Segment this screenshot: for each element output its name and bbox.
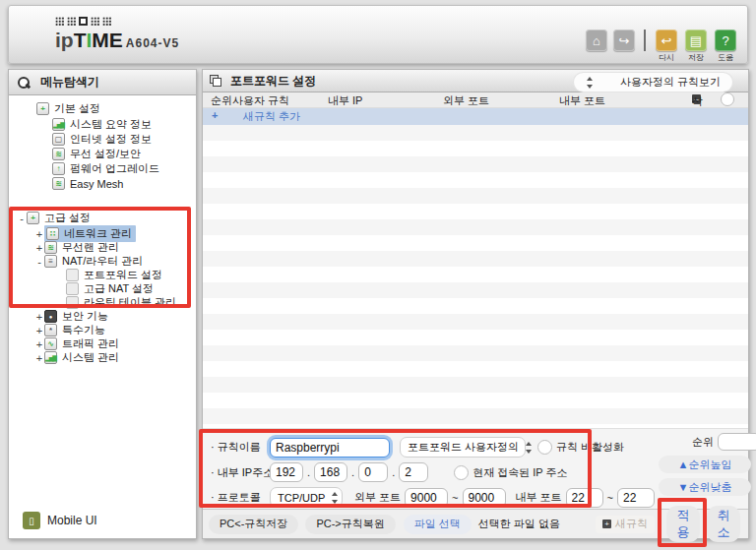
sidebar-item-advanced-settings[interactable]: - + 고급 설정 [17, 211, 91, 225]
external-port-label: 외부 포트 [354, 490, 401, 505]
search-icon [17, 76, 31, 90]
sidebar-item-internet-settings[interactable]: ▢ 인터넷 설정 정보 [52, 132, 152, 147]
internal-port-to-input[interactable] [617, 488, 655, 508]
collapse-icon[interactable]: - [17, 213, 27, 224]
home-icon[interactable]: ⌂ [586, 30, 607, 51]
plus-icon: + [212, 109, 218, 121]
new-rule-button[interactable]: + 새규칙 [596, 516, 655, 533]
mesh-icon: ≋ [52, 177, 65, 190]
collapse-icon[interactable]: - [34, 256, 44, 268]
router-icon: ≡ [44, 255, 57, 268]
protocol-label: · 프로토콜 [211, 490, 266, 505]
header-toolbar: ⌂ ↪ ↩ 다시 ▤ 저장 ? 도움 [586, 30, 737, 63]
expand-icon[interactable]: + [34, 242, 44, 254]
sidebar-item-network-mgmt[interactable]: + ∷ 네트워크 관리 [34, 226, 136, 241]
rule-name-input[interactable] [270, 438, 390, 458]
sidebar-item-label: 포트포워드 설정 [84, 268, 162, 282]
cancel-button[interactable]: 취소 [707, 506, 740, 542]
app-header: ipTIMEA604-V5 ⌂ ↪ ↩ 다시 ▤ 저장 ? 도움 [8, 5, 748, 64]
ip-octet4-input[interactable] [399, 462, 428, 482]
help-icon[interactable]: ? [715, 30, 736, 51]
sidebar-item-advanced-nat[interactable]: 고급 NAT 설정 [66, 281, 154, 296]
sidebar-item-nat-router-mgmt[interactable]: - ≡ NAT/라우터 관리 [34, 254, 143, 269]
refresh-label: 다시 [659, 52, 674, 63]
help-label: 도움 [718, 52, 733, 63]
sidebar-item-label: 시스템 관리 [62, 350, 119, 365]
add-rule-row[interactable]: + 새규칙 추가 [203, 108, 748, 125]
sidebar-item-label: NAT/라우터 관리 [62, 254, 143, 269]
save-rules-to-pc-button[interactable]: PC<-규칙저장 [209, 515, 298, 534]
sidebar-item-port-forward[interactable]: 포트포워드 설정 [66, 268, 162, 282]
internal-port-label: 내부 포트 [516, 490, 562, 505]
rule-type-select[interactable]: 포트포워드 사용자정의 [400, 437, 526, 458]
rule-disable-checkbox[interactable] [537, 440, 552, 455]
protocol-select[interactable]: TCP/UDP [270, 487, 343, 508]
sidebar-item-security[interactable]: + ● 보안 기능 [34, 309, 108, 324]
save-icon[interactable]: ▤ [685, 30, 707, 51]
sidebar-item-system-summary[interactable]: ▂▅▇ 시스템 요약 정보 [52, 117, 152, 132]
sidebar-item-routing-table[interactable]: 라우팅 테이블 관리 [66, 295, 176, 310]
chart-icon: ▂▅▇ [44, 351, 57, 364]
delete-all-checkbox[interactable] [721, 92, 734, 106]
sidebar-item-label: 고급 설정 [44, 211, 91, 225]
expand-icon[interactable]: + [34, 228, 44, 240]
col-internal-ip: 내부 IP [328, 93, 362, 108]
sidebar-item-special-functions[interactable]: + * 특수기능 [34, 323, 105, 337]
upgrade-icon: ↑ [52, 162, 65, 175]
rule-view-select[interactable]: 사용자정의 규칙보기 [574, 73, 732, 92]
external-port-from-input[interactable] [405, 488, 448, 508]
sidebar-item-label: 네트워크 관리 [64, 226, 132, 241]
col-internal-port: 내부 포트 [559, 93, 605, 108]
sidebar-item-firmware-upgrade[interactable]: ↑ 펌웨어 업그레이드 [52, 161, 159, 176]
expand-icon[interactable]: + [34, 338, 44, 350]
select-stepper-icon [586, 77, 595, 89]
internal-ip-label: · 내부 IP주소 [211, 465, 266, 480]
internal-port-from-input[interactable] [566, 488, 603, 508]
external-port-to-input[interactable] [463, 488, 506, 508]
ip-octet3-input[interactable] [358, 462, 388, 482]
sidebar-item-label: 무선랜 관리 [62, 240, 119, 255]
sidebar-item-wlan-mgmt[interactable]: + ≋ 무선랜 관리 [34, 240, 119, 255]
expand-icon[interactable]: + [34, 325, 44, 336]
col-user-rule: 사용자 규칙 [232, 93, 289, 108]
empty-rule-rows [203, 125, 748, 428]
mobile-ui-label: Mobile UI [47, 514, 97, 527]
apply-button[interactable]: 적용 [666, 506, 700, 542]
sidebar-item-traffic-mgmt[interactable]: + ∿ 트래픽 관리 [34, 336, 119, 351]
rank-up-button[interactable]: ▲순위높임 [659, 456, 751, 473]
current-ip-checkbox[interactable] [454, 465, 469, 480]
logout-icon[interactable]: ↪ [613, 30, 635, 51]
sidebar-item-system-mgmt[interactable]: + ▂▅▇ 시스템 관리 [34, 350, 119, 365]
current-ip-label: 현재 접속된 IP 주소 [472, 465, 567, 480]
sidebar-item-wireless-security[interactable]: ≋ 무선 설정/보안 [52, 147, 141, 161]
page-icon [66, 282, 79, 295]
rank-down-button[interactable]: ▼순위낮춤 [659, 478, 751, 496]
panel-title-bar: 포트포워드 설정 사용자정의 규칙보기 [203, 70, 748, 92]
chart-icon: ▂▅▇ [52, 118, 65, 131]
view-rules-label: 사용자정의 규칙보기 [620, 75, 721, 90]
restore-rules-from-pc-button[interactable]: PC->규칙복원 [305, 515, 395, 534]
sidebar-item-label: 기본 설정 [54, 101, 100, 116]
choose-file-button[interactable]: 파일 선택 [404, 515, 472, 534]
network-icon: ∷ [46, 227, 59, 240]
model-name: A604-V5 [126, 36, 179, 50]
refresh-icon[interactable]: ↩ [656, 30, 677, 51]
sidebar-item-easy-mesh[interactable]: ≋ Easy Mesh [52, 176, 123, 191]
rank-input[interactable] [718, 433, 756, 451]
plus-square-icon: + [602, 519, 611, 528]
ip-octet2-input[interactable] [314, 462, 347, 482]
sidebar-item-label: Easy Mesh [70, 178, 123, 190]
rules-copy-icon [210, 75, 222, 88]
add-rule-label: 새규칙 추가 [243, 109, 300, 124]
brand-dots-icon [55, 16, 179, 26]
page-icon [66, 269, 79, 281]
page-title: 포트포워드 설정 [230, 73, 316, 90]
folder-plus-icon: + [27, 212, 39, 224]
sidebar-item-basic-settings[interactable]: + 기본 설정 [36, 101, 100, 116]
rule-form: · 규칙이름 포트포워드 사용자정의 규칙 비활성화 · 내부 IP주소 . .… [203, 428, 748, 511]
expand-icon[interactable]: + [34, 311, 44, 323]
mobile-ui-link[interactable]: ▯ Mobile UI [23, 511, 97, 530]
sidebar-item-label: 특수기능 [62, 323, 105, 337]
expand-icon[interactable]: + [34, 352, 44, 364]
ip-octet1-input[interactable] [270, 462, 303, 482]
